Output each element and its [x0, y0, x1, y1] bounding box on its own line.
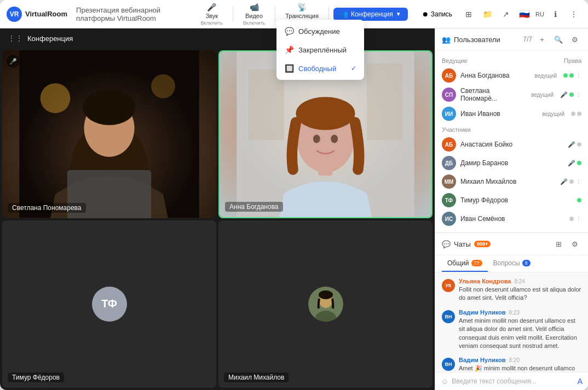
chat-msg-text-1: Follit non deserunt ullamco est sit aliq…: [459, 286, 581, 302]
participant-name-timur: Тимур Фёдоров: [460, 196, 573, 204]
chat-title: Чаты: [454, 240, 471, 248]
chat-avatar-ulyana: УК: [442, 279, 455, 292]
tab-general[interactable]: Общий 77: [442, 255, 488, 272]
video-btn[interactable]: 📹 Видео Включить: [238, 1, 270, 28]
tab-questions[interactable]: Вопросы 8: [488, 255, 536, 272]
action-icon-m: ⋮: [575, 178, 581, 185]
video-sub: Включить: [243, 20, 265, 26]
divider-1: [233, 7, 233, 22]
menu-fixed[interactable]: 📌 Закреплённый: [276, 40, 364, 59]
hosts-section-label: Ведущие Права: [442, 57, 581, 64]
discussion-icon: 💬: [284, 27, 294, 36]
record-label: Запись: [431, 10, 452, 18]
app-window: VR VirtualRoom Презентация вебинарной пл…: [0, 0, 588, 390]
check-icon: ✓: [351, 65, 356, 72]
record-btn[interactable]: ⏺ Запись: [417, 8, 458, 20]
chat-tabs: Общий 77 Вопросы 8: [435, 255, 588, 272]
folder-icon-btn[interactable]: 📁: [480, 7, 495, 22]
rights-label: Права: [564, 57, 581, 64]
chat-badge: 999+: [474, 241, 491, 247]
info-icon-btn[interactable]: ℹ: [547, 7, 563, 22]
users-title: Пользователи: [454, 36, 520, 44]
participants-label: Участники: [442, 126, 471, 133]
tab-questions-label: Вопросы: [493, 259, 520, 267]
person-svg-mikhail: [308, 287, 343, 322]
chevron-down-icon: ▼: [396, 11, 401, 17]
share-icon-btn[interactable]: ↗: [498, 7, 514, 22]
video-icon: 📹: [250, 3, 259, 11]
chat-input-area: ☺ A: [435, 372, 588, 390]
divider-2: [275, 7, 275, 22]
sound-btn[interactable]: 🎤 Звук Включить: [195, 1, 228, 28]
host-avatar-anna: АБ: [442, 68, 456, 83]
participant-avatar-ivan-s: ИС: [442, 212, 456, 226]
svg-point-1: [41, 83, 71, 113]
menu-free[interactable]: 🔲 Свободный ✓: [276, 59, 364, 78]
menu-free-label: Свободный: [298, 65, 336, 73]
chat-msg-text-2: Amet minim mollit non deserunt ullamco e…: [459, 317, 581, 351]
video-cell-timur[interactable]: ТФ Тимур Фёдоров: [2, 220, 216, 388]
participant-row-timur: ТФ Тимур Фёдоров: [442, 191, 581, 209]
search-users-button[interactable]: 🔍: [552, 33, 565, 46]
video-label: Видео: [245, 13, 263, 19]
brand-icon: VR: [7, 7, 22, 22]
free-icon: 🔲: [284, 64, 294, 73]
chat-message-2: ВН Вадим Нуликов 8:23 Amet minim mollit …: [442, 309, 581, 351]
emoji-icon[interactable]: ☺: [441, 377, 448, 386]
mic-icon-m: 🎤: [560, 178, 568, 185]
users-settings-button[interactable]: ⚙: [568, 33, 581, 46]
broadcast-icon: 📡: [297, 3, 307, 11]
chat-section: 💬 Чаты 999+ ⊞ ⚙ Общий 77 Вопросы 8: [435, 233, 588, 390]
mic-active-dot: [563, 73, 568, 78]
chat-msg-body-2: Вадим Нуликов 8:23 Amet minim mollit non…: [459, 309, 581, 351]
chat-grid-btn[interactable]: ⊞: [552, 237, 565, 251]
host-avatar-ivan: ИИ: [442, 107, 456, 121]
chat-icon: 💬: [442, 240, 451, 248]
avatar-initials-timur: ТФ: [101, 298, 117, 310]
svg-point-7: [83, 89, 135, 125]
chat-msg-name-ulyana: Ульяна Кондрова: [459, 278, 511, 284]
host-row-svetlana: СП Светлана Пономарё... ведущий 🎤 ⋮: [442, 85, 581, 104]
cam-active-dot-sv: [569, 92, 574, 97]
window-title: Презентация вебинарной платформы Virtual…: [76, 6, 191, 22]
top-bar: VR VirtualRoom Презентация вебинарной пл…: [0, 0, 588, 28]
person-svg-1: [2, 50, 216, 218]
right-panel: 👥 Пользователи 7/7 + 🔍 ⚙ Ведущие Права А…: [435, 28, 588, 390]
chat-msg-name-vadim: Вадим Нуликов: [459, 309, 506, 316]
host-role-ivan: ведущий: [542, 111, 564, 117]
add-user-button[interactable]: +: [535, 33, 549, 46]
menu-discussion[interactable]: 💬 Обсуждение: [276, 22, 364, 40]
host-icons-anna: ⋮: [563, 72, 581, 79]
chat-msg-time-3: 8:20: [509, 357, 520, 363]
grid-icon-btn[interactable]: ⊞: [461, 7, 476, 22]
chat-messages[interactable]: УК Ульяна Кондрова 8:24 Follit non deser…: [435, 272, 588, 372]
more-icon-btn[interactable]: ⋮: [566, 7, 581, 22]
host-action-icon-sv: ⋮: [575, 91, 581, 98]
top-controls: 🎤 Звук Включить 📹 Видео Включить 📡 Транс…: [195, 1, 407, 28]
svg-point-17: [313, 135, 320, 143]
cam-dot-d: [577, 161, 581, 165]
svg-rect-12: [367, 63, 402, 140]
participant-row-damir: ДБ Дамир Баранов 🎤: [442, 154, 581, 172]
participant-icons-mikhail: 🎤 ⋮: [560, 178, 581, 185]
flag-icon: 🇷🇺: [517, 7, 532, 22]
video-name-anna: Анна Богданова: [225, 202, 283, 212]
chat-msg-time-1: 8:24: [514, 278, 524, 284]
chat-settings-btn[interactable]: ⚙: [568, 237, 581, 251]
chat-msg-header-1: Ульяна Кондрова 8:24: [459, 278, 581, 284]
video-cell-mikhail[interactable]: Михаил Михайлов: [218, 220, 433, 388]
svg-point-16: [296, 97, 355, 130]
users-icon: 👥: [442, 36, 451, 44]
video-name-timur: Тимур Фёдоров: [8, 372, 64, 382]
conference-btn[interactable]: 👥 Конференция ▼ 💬 Обсуждение 📌 Закреплён…: [333, 8, 408, 21]
participant-icons-anastasia: 🎤: [568, 141, 581, 148]
chat-msg-time-2: 8:23: [509, 310, 520, 316]
participants-section-label: Участники: [442, 126, 581, 133]
video-name-svetlana: Светлана Пономарева: [8, 203, 86, 213]
video-cell-svetlana[interactable]: 🎤 Светлана Пономарева: [2, 50, 216, 218]
svg-point-22: [319, 290, 333, 299]
send-button[interactable]: A: [578, 377, 583, 386]
chat-msg-header-3: Вадим Нуликов 8:20: [459, 357, 581, 363]
chat-input[interactable]: [452, 377, 574, 385]
host-row-ivan: ИИ Иван Иванов ведущий: [442, 104, 581, 123]
